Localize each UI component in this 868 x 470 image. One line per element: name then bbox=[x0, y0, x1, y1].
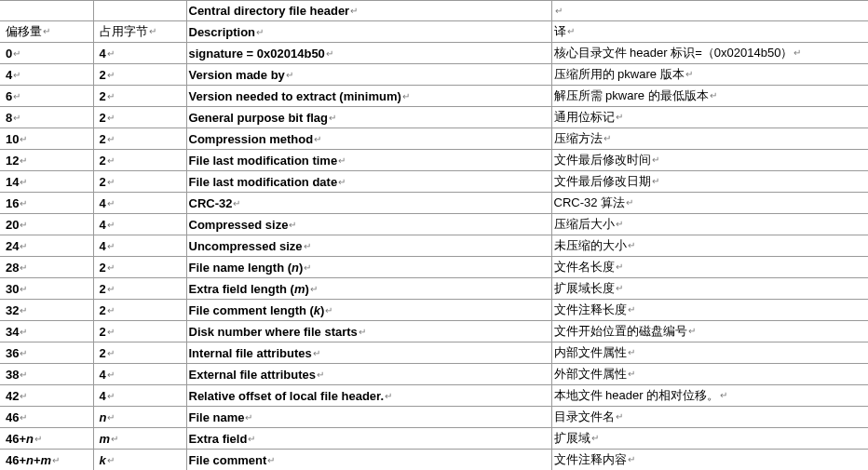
cell-trans: 外部文件属性↵ bbox=[551, 364, 868, 385]
cell-desc: Compressed size↵ bbox=[186, 214, 551, 235]
cell-bytes: 2↵ bbox=[93, 64, 186, 86]
cell-bytes: 2↵ bbox=[93, 342, 186, 364]
cell-bytes: 2↵ bbox=[93, 278, 186, 300]
cell-bytes: 2↵ bbox=[93, 150, 186, 171]
cell-desc: File comment length (k)↵ bbox=[186, 300, 551, 321]
cell-desc: Version needed to extract (minimum)↵ bbox=[186, 86, 551, 107]
cell-bytes: 2↵ bbox=[93, 257, 186, 278]
cdfh-table: Central directory file header↵↵偏移量↵占用字节↵… bbox=[0, 0, 868, 470]
colhdr-offset: 偏移量↵ bbox=[0, 21, 93, 43]
cell-trans: CRC-32 算法↵ bbox=[551, 193, 868, 214]
cell-trans: 文件名长度↵ bbox=[551, 257, 868, 278]
cell-trans: 通用位标记↵ bbox=[551, 107, 868, 128]
table-row: 24↵4↵Uncompressed size↵未压缩的大小↵ bbox=[0, 235, 868, 257]
cell-trans: 压缩后大小↵ bbox=[551, 214, 868, 235]
title-blank-0 bbox=[0, 1, 93, 21]
cell-desc: File last modification time↵ bbox=[186, 150, 551, 171]
cell-desc: Internal file attributes↵ bbox=[186, 342, 551, 364]
cell-desc: Compression method↵ bbox=[186, 128, 551, 150]
table-row: 32↵2↵File comment length (k)↵文件注释长度↵ bbox=[0, 300, 868, 321]
title-text: Central directory file header↵ bbox=[186, 1, 551, 21]
colhdr-desc: Description↵ bbox=[186, 21, 551, 43]
cell-bytes: 2↵ bbox=[93, 321, 186, 342]
cell-trans: 文件最后修改日期↵ bbox=[551, 171, 868, 193]
table-row: 46↵n↵File name↵目录文件名↵ bbox=[0, 407, 868, 428]
cell-offset: 46+n+m↵ bbox=[0, 450, 93, 471]
cell-desc: Relative offset of local file header.↵ bbox=[186, 385, 551, 407]
cell-offset: 24↵ bbox=[0, 235, 93, 257]
cell-bytes: n↵ bbox=[93, 407, 186, 428]
table-row: 6↵2↵Version needed to extract (minimum)↵… bbox=[0, 86, 868, 107]
cell-offset: 30↵ bbox=[0, 278, 93, 300]
cell-offset: 8↵ bbox=[0, 107, 93, 128]
colhdr-trans: 译↵ bbox=[551, 21, 868, 43]
table-row: 46+n↵m↵Extra field↵扩展域↵ bbox=[0, 428, 868, 450]
table-row: 8↵2↵General purpose bit flag↵通用位标记↵ bbox=[0, 107, 868, 128]
cell-bytes: 4↵ bbox=[93, 43, 186, 64]
table-row: 42↵4↵Relative offset of local file heade… bbox=[0, 385, 868, 407]
cell-desc: File name↵ bbox=[186, 407, 551, 428]
cell-offset: 36↵ bbox=[0, 342, 93, 364]
cell-desc: Disk number where file starts↵ bbox=[186, 321, 551, 342]
cell-offset: 46↵ bbox=[0, 407, 93, 428]
table-row: 34↵2↵Disk number where file starts↵文件开始位… bbox=[0, 321, 868, 342]
cell-offset: 42↵ bbox=[0, 385, 93, 407]
table-row: 46+n+m↵k↵File comment↵文件注释内容↵ bbox=[0, 450, 868, 471]
cell-desc: signature = 0x02014b50↵ bbox=[186, 43, 551, 64]
cell-trans: 目录文件名↵ bbox=[551, 407, 868, 428]
cell-desc: External file attributes↵ bbox=[186, 364, 551, 385]
table-row: 38↵4↵External file attributes↵外部文件属性↵ bbox=[0, 364, 868, 385]
cell-bytes: 4↵ bbox=[93, 214, 186, 235]
cell-desc: CRC-32↵ bbox=[186, 193, 551, 214]
cell-bytes: 2↵ bbox=[93, 107, 186, 128]
cell-bytes: 2↵ bbox=[93, 86, 186, 107]
table-row: 0↵4↵signature = 0x02014b50↵核心目录文件 header… bbox=[0, 43, 868, 64]
cell-trans: 扩展域↵ bbox=[551, 428, 868, 450]
cell-trans: 压缩方法↵ bbox=[551, 128, 868, 150]
cell-bytes: 2↵ bbox=[93, 128, 186, 150]
cell-bytes: 2↵ bbox=[93, 171, 186, 193]
colhdr-bytes: 占用字节↵ bbox=[93, 21, 186, 43]
table-row: 10↵2↵Compression method↵压缩方法↵ bbox=[0, 128, 868, 150]
cell-offset: 12↵ bbox=[0, 150, 93, 171]
cell-trans: 文件开始位置的磁盘编号↵ bbox=[551, 321, 868, 342]
cell-offset: 4↵ bbox=[0, 64, 93, 86]
cell-bytes: 4↵ bbox=[93, 364, 186, 385]
cell-bytes: m↵ bbox=[93, 428, 186, 450]
title-blank-3: ↵ bbox=[551, 1, 868, 21]
cell-desc: Extra field length (m)↵ bbox=[186, 278, 551, 300]
cell-desc: File name length (n)↵ bbox=[186, 257, 551, 278]
cell-trans: 内部文件属性↵ bbox=[551, 342, 868, 364]
cell-offset: 6↵ bbox=[0, 86, 93, 107]
cell-trans: 压缩所用的 pkware 版本↵ bbox=[551, 64, 868, 86]
cell-bytes: 4↵ bbox=[93, 385, 186, 407]
cell-bytes: 4↵ bbox=[93, 193, 186, 214]
cell-desc: Uncompressed size↵ bbox=[186, 235, 551, 257]
cell-desc: General purpose bit flag↵ bbox=[186, 107, 551, 128]
table-row: 14↵2↵File last modification date↵文件最后修改日… bbox=[0, 171, 868, 193]
cell-offset: 38↵ bbox=[0, 364, 93, 385]
cell-offset: 46+n↵ bbox=[0, 428, 93, 450]
cell-desc: File last modification date↵ bbox=[186, 171, 551, 193]
table-row: 4↵2↵Version made by↵压缩所用的 pkware 版本↵ bbox=[0, 64, 868, 86]
cell-bytes: 4↵ bbox=[93, 235, 186, 257]
table-row: 20↵4↵Compressed size↵压缩后大小↵ bbox=[0, 214, 868, 235]
cell-bytes: 2↵ bbox=[93, 300, 186, 321]
cell-trans: 解压所需 pkware 的最低版本↵ bbox=[551, 86, 868, 107]
cell-trans: 文件最后修改时间↵ bbox=[551, 150, 868, 171]
cell-offset: 16↵ bbox=[0, 193, 93, 214]
cell-trans: 文件注释长度↵ bbox=[551, 300, 868, 321]
table-row: 30↵2↵Extra field length (m)↵扩展域长度↵ bbox=[0, 278, 868, 300]
cell-trans: 本地文件 header 的相对位移。↵ bbox=[551, 385, 868, 407]
table-row: 12↵2↵File last modification time↵文件最后修改时… bbox=[0, 150, 868, 171]
cell-desc: Extra field↵ bbox=[186, 428, 551, 450]
cell-offset: 14↵ bbox=[0, 171, 93, 193]
cell-offset: 34↵ bbox=[0, 321, 93, 342]
cell-trans: 核心目录文件 header 标识=（0x02014b50）↵ bbox=[551, 43, 868, 64]
cell-offset: 0↵ bbox=[0, 43, 93, 64]
cell-offset: 20↵ bbox=[0, 214, 93, 235]
cell-offset: 32↵ bbox=[0, 300, 93, 321]
cell-desc: Version made by↵ bbox=[186, 64, 551, 86]
table-row: 28↵2↵File name length (n)↵文件名长度↵ bbox=[0, 257, 868, 278]
title-blank-1 bbox=[93, 1, 186, 21]
